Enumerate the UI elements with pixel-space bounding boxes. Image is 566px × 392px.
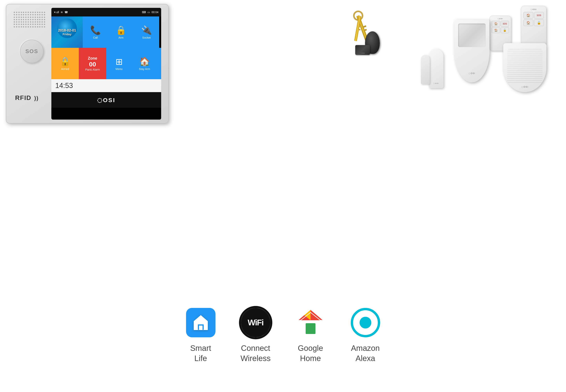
amazon-alexa-item: AmazonAlexa [350,307,381,363]
svg-rect-9 [199,325,202,330]
google-home-label: GoogleHome [298,343,323,363]
armed-icon: 🔒 [60,56,71,67]
wifi-label: ConnectWireless [241,343,270,363]
call-icon: 📞 [90,25,101,35]
remote-large: ◌OSI 🏠 SOS 🏠 🔓 [521,6,546,45]
smart-life-icon [186,308,215,337]
armed-label: Armed [61,68,69,70]
stay-arm-tile[interactable]: 🏠 Stay Arm [132,48,157,79]
wifi-icon: WiFi [241,308,270,337]
wifi-status-icon: ≋ [61,11,63,14]
menu-icon: ⊞ [115,57,123,67]
alexa-icon [351,308,380,337]
date-tile[interactable]: 2018-02-01 Friday [51,16,83,48]
battery-icon: ▭ [147,11,150,14]
siren-brand: ◌OSI [521,86,529,88]
menu-label: Menu [115,68,122,70]
status-bar: ▾.ull ≋ ☎ ⌨ ▭ 00:04 [51,8,161,16]
armed-tile[interactable]: 🔒 Armed [51,48,79,79]
socket-tile[interactable]: 🔌 Socket [134,16,159,48]
rfid-label: RFID )) [15,94,39,101]
call-tile[interactable]: 📞 Call [83,16,108,48]
date-text: 2018-02-01 [58,28,76,32]
arm-label: Arm [118,36,124,39]
stay-arm-icon: 🏠 [139,56,150,67]
compatibility-section: SmartLife WiFi ConnectWireless [0,278,566,392]
socket-icon: 🔌 [141,25,152,35]
call-label: Call [93,36,98,39]
panic-label: Panic Alarm [85,68,100,71]
pir-lens [458,24,486,47]
speaker-grille: // Generate grille dots inline via JS af… [12,10,47,30]
stay-arm-label: Stay Arm [139,68,150,70]
svg-rect-14 [306,323,315,334]
clock-area: 14:53 [51,79,161,92]
arm-tile[interactable]: 🔒 Arm [108,16,134,48]
screen-brand: ◌OSI [51,92,161,108]
phone-icon: ☎ [65,11,68,14]
sos-label: SOS [25,48,38,55]
google-home-item: GoogleHome [295,307,326,363]
zone-label: Zone [88,56,97,61]
day-text: Friday [58,32,76,36]
smart-life-item: SmartLife [185,307,216,363]
door-sensor-magnet [421,55,430,84]
clock-display: 14:53 [55,82,73,90]
door-sensor-group: ◌OSI [421,49,448,116]
google-home-icon [296,308,325,338]
disarm-tile[interactable]: 🔓 Disarm [157,48,161,79]
svg-point-10 [200,323,201,324]
zone-number: 00 [88,61,97,68]
amazon-alexa-label: AmazonAlexa [351,343,380,363]
svg-rect-6 [359,29,361,30]
rfid-card: ◌OSI [355,45,370,55]
socket-label: Socket [142,36,151,39]
arm-icon: 🔒 [116,25,127,35]
siren: ◌OSI [503,43,550,102]
menu-tile[interactable]: ⊞ Menu [106,48,132,79]
siren-grille [507,49,542,84]
door-sensor-main: ◌OSI [429,49,443,88]
signal-icon: ▾.ull [54,11,59,14]
screen-time: 00:04 [152,11,158,14]
smart-life-house-svg [192,314,210,331]
wifi-item: WiFi ConnectWireless [240,307,271,363]
motion-sensor: ◌OSI [454,20,494,86]
sos-button[interactable]: SOS [20,40,43,63]
key-icon: ⌨ [142,11,146,14]
svg-rect-2 [363,25,367,28]
osi-screen-logo: ◌OSI [97,97,115,103]
smart-life-label: SmartLife [190,343,211,363]
touch-screen: ▾.ull ≋ ☎ ⌨ ▭ 00:04 2018-02-01 Friday [51,8,161,120]
panic-alarm-tile[interactable]: Zone 00 Panic Alarm [79,48,106,79]
alarm-panel: // Generate grille dots inline via JS af… [6,4,169,124]
